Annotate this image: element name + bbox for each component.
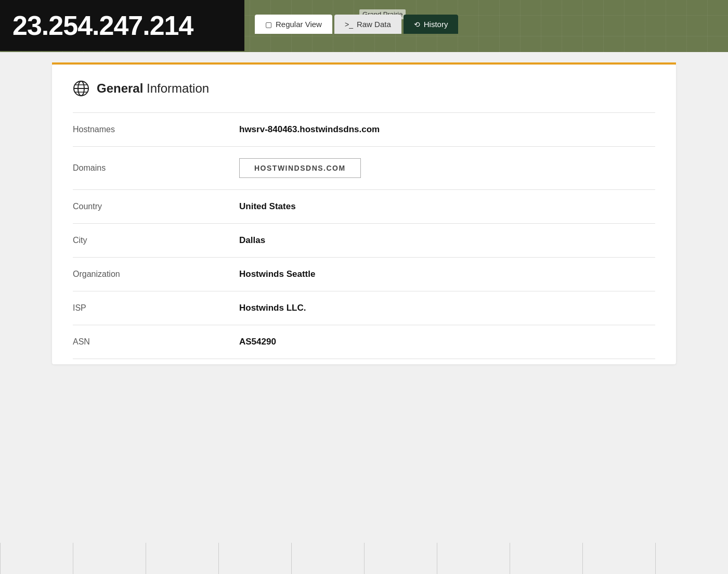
field-label: Country: [73, 190, 239, 224]
table-row: Hostnameshwsrv-840463.hostwindsdns.com: [73, 113, 655, 147]
field-label: ISP: [73, 291, 239, 325]
field-value: Dallas: [239, 224, 655, 258]
table-row: CityDallas: [73, 224, 655, 258]
tab-raw-data[interactable]: >_ Raw Data: [334, 15, 401, 34]
table-row: ASNAS54290: [73, 325, 655, 359]
field-value: AS54290: [239, 325, 655, 359]
tab-history-label: History: [424, 20, 448, 29]
field-label: City: [73, 224, 239, 258]
card-title-bold: General: [97, 81, 143, 95]
info-card: General Information Hostnameshwsrv-84046…: [52, 65, 676, 364]
history-icon: ⟲: [414, 20, 420, 29]
window-icon: ▢: [265, 20, 272, 29]
tab-regular-view[interactable]: ▢ Regular View: [255, 15, 332, 34]
tab-history[interactable]: ⟲ History: [404, 15, 459, 34]
table-row: OrganizationHostwinds Seattle: [73, 258, 655, 291]
table-row: ISPHostwinds LLC.: [73, 291, 655, 325]
tab-regular-label: Regular View: [276, 20, 322, 29]
field-label: Hostnames: [73, 113, 239, 147]
ip-address: 23.254.247.214: [12, 12, 193, 39]
field-label: Organization: [73, 258, 239, 291]
field-label: ASN: [73, 325, 239, 359]
domain-badge[interactable]: HOSTWINDSDNS.COM: [239, 158, 361, 178]
card-title: General Information: [97, 81, 209, 96]
terminal-icon: >_: [345, 20, 353, 29]
info-table: Hostnameshwsrv-840463.hostwindsdns.comDo…: [73, 112, 655, 359]
field-value: United States: [239, 190, 655, 224]
field-value: Hostwinds LLC.: [239, 291, 655, 325]
field-value: hwsrv-840463.hostwindsdns.com: [239, 113, 655, 147]
ip-bar: 23.254.247.214: [0, 0, 244, 51]
tabs-bar: ▢ Regular View >_ Raw Data ⟲ History: [255, 15, 458, 34]
globe-icon: [73, 80, 89, 97]
field-value: Hostwinds Seattle: [239, 258, 655, 291]
main-content: General Information Hostnameshwsrv-84046…: [0, 52, 728, 574]
grid-lines: [0, 543, 728, 574]
card-title-regular: Information: [143, 81, 209, 95]
card-title-row: General Information: [73, 80, 655, 97]
field-value[interactable]: HOSTWINDSDNS.COM: [239, 147, 655, 190]
tab-raw-label: Raw Data: [357, 20, 391, 29]
field-label: Domains: [73, 147, 239, 190]
table-row: DomainsHOSTWINDSDNS.COM: [73, 147, 655, 190]
table-row: CountryUnited States: [73, 190, 655, 224]
